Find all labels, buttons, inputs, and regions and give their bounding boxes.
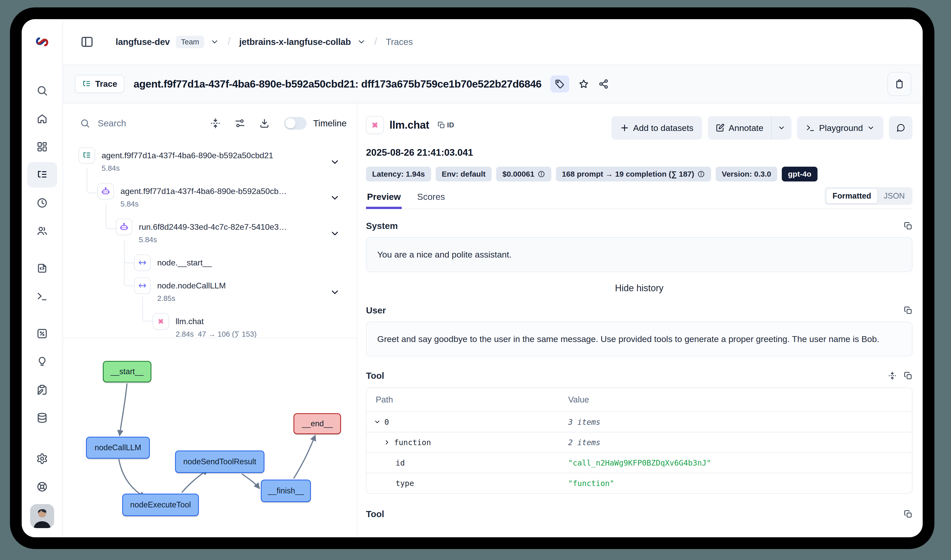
tokens-badge[interactable]: 168 prompt → 19 completion (∑ 187) bbox=[556, 167, 711, 182]
table-row[interactable]: function 2 items bbox=[366, 432, 912, 452]
chevron-right-icon[interactable] bbox=[383, 439, 391, 446]
row-collapse-chevron[interactable] bbox=[330, 157, 340, 168]
chevron-down-icon bbox=[867, 124, 875, 132]
org-plan-badge: Team bbox=[176, 36, 204, 48]
tool-heading: Tool bbox=[366, 371, 384, 381]
playground-terminal-icon[interactable] bbox=[27, 283, 57, 309]
table-header-row: Path Value bbox=[366, 388, 912, 411]
tag-button[interactable] bbox=[550, 75, 569, 92]
settings-gear-icon[interactable] bbox=[27, 446, 57, 471]
copy-icon[interactable] bbox=[904, 306, 913, 315]
org-name[interactable]: langfuse-dev bbox=[115, 37, 170, 47]
format-toggle: Formatted JSON bbox=[825, 187, 913, 205]
annotate-button-group: Annotate bbox=[708, 116, 791, 140]
langfuse-logo bbox=[35, 19, 49, 65]
annotate-button[interactable]: Annotate bbox=[708, 116, 771, 140]
graph-node-execute-tool[interactable]: nodeExecuteTool bbox=[122, 494, 199, 516]
timeline-label: Timeline bbox=[313, 118, 346, 128]
trace-title-bar: Trace agent.f9f77d1a-437f-4ba6-890e-b592… bbox=[63, 65, 923, 103]
sessions-clock-icon[interactable] bbox=[27, 190, 57, 216]
graph-node-end[interactable]: __end__ bbox=[294, 413, 341, 434]
json-key: id bbox=[395, 458, 405, 467]
table-row[interactable]: 0 3 items bbox=[366, 411, 912, 432]
row-collapse-chevron[interactable] bbox=[330, 287, 340, 298]
expand-icon[interactable] bbox=[888, 371, 897, 380]
copy-icon[interactable] bbox=[904, 222, 913, 230]
detail-header: llm.chat ID Add to datasets Annotate Pla… bbox=[366, 116, 913, 140]
model-badge[interactable]: gpt-4o bbox=[782, 167, 817, 182]
prompts-file-code-icon[interactable] bbox=[27, 255, 57, 281]
table-row[interactable]: id "call_n2HaWg9KFP0BZDqXv6G4b3nJ" bbox=[366, 452, 912, 473]
search-input[interactable] bbox=[98, 118, 196, 128]
format-formatted-option[interactable]: Formatted bbox=[826, 189, 878, 203]
user-heading: User bbox=[366, 305, 386, 315]
support-lifebuoy-icon[interactable] bbox=[27, 474, 57, 500]
plus-icon bbox=[620, 123, 629, 132]
graph-node-send-tool-result[interactable]: nodeSendToolResult bbox=[175, 451, 265, 473]
tree-row-llm-chat[interactable]: llm.chat 2.84s 47 → 106 (∑ 153) bbox=[152, 313, 257, 338]
tab-preview[interactable]: Preview bbox=[366, 192, 402, 209]
tree-row-agent-span[interactable]: agent.f9f77d1a-437f-4ba6-890e-b592a50cb…… bbox=[97, 183, 287, 208]
timeline-toggle[interactable] bbox=[284, 117, 306, 130]
download-icon[interactable] bbox=[259, 118, 270, 129]
sidebar-toggle-icon[interactable] bbox=[80, 35, 94, 49]
tree-row-run-span[interactable]: run.6f8d2449-33ed-4c7c-82e7-5410e3…5.84s bbox=[116, 219, 287, 244]
share-button[interactable] bbox=[598, 78, 609, 89]
project-chevron-down-icon[interactable] bbox=[357, 37, 366, 46]
graph-node-finish[interactable]: __finish__ bbox=[261, 480, 311, 502]
json-key: 0 bbox=[385, 418, 389, 426]
dashboards-icon[interactable] bbox=[27, 134, 57, 160]
breadcrumb-section[interactable]: Traces bbox=[386, 37, 413, 47]
delete-trace-button[interactable] bbox=[888, 72, 911, 96]
tree-settings-icon[interactable] bbox=[235, 118, 245, 129]
tree-row-node-start[interactable]: node.__start__ bbox=[134, 254, 212, 271]
org-chevron-down-icon[interactable] bbox=[210, 37, 219, 46]
info-icon bbox=[697, 170, 705, 178]
tree-row-node-call-llm[interactable]: node.nodeCallLLM2.85s bbox=[134, 277, 226, 303]
graph-node-label: nodeExecuteTool bbox=[130, 500, 191, 509]
annotation-clipboard-pen-icon[interactable] bbox=[27, 377, 57, 403]
project-name[interactable]: jetbrains-x-langfuse-collab bbox=[239, 37, 351, 47]
tab-scores[interactable]: Scores bbox=[416, 192, 446, 209]
datasets-database-icon[interactable] bbox=[27, 405, 57, 431]
chevron-down-icon[interactable] bbox=[374, 418, 381, 426]
users-icon[interactable] bbox=[27, 218, 57, 244]
tree-row-trace-root[interactable]: agent.f9f77d1a-437f-4ba6-890e-b592a50cbd… bbox=[78, 147, 273, 172]
annotate-dropdown-chevron[interactable] bbox=[772, 116, 791, 140]
graph-node-label: nodeCallLLM bbox=[95, 443, 142, 452]
playground-button[interactable]: Playground bbox=[797, 116, 883, 140]
generation-icon bbox=[366, 116, 384, 134]
json-value: 3 items bbox=[568, 418, 912, 426]
format-json-option[interactable]: JSON bbox=[877, 189, 911, 203]
scores-percent-icon[interactable] bbox=[27, 321, 57, 346]
bookmark-star-button[interactable] bbox=[579, 78, 589, 89]
observation-detail-panel: llm.chat ID Add to datasets Annotate Pla… bbox=[357, 103, 923, 537]
cost-badge[interactable]: $0.00061 bbox=[496, 167, 551, 182]
search-nav-icon[interactable] bbox=[27, 78, 57, 103]
tracing-icon[interactable] bbox=[27, 162, 57, 188]
comments-button[interactable] bbox=[889, 116, 913, 140]
graph-node-start[interactable]: __start__ bbox=[103, 361, 151, 382]
tool2-heading: Tool bbox=[366, 509, 384, 519]
trace-title: agent.f9f77d1a-437f-4ba6-890e-b592a50cbd… bbox=[134, 78, 541, 90]
table-row[interactable]: type "function" bbox=[366, 473, 912, 493]
detail-scroll-area[interactable]: System You are a nice and polite assista… bbox=[366, 209, 913, 537]
user-section-header: User bbox=[366, 305, 913, 315]
tool2-section-header: Tool bbox=[366, 509, 913, 519]
row-collapse-chevron[interactable] bbox=[330, 228, 340, 240]
span-arrows-icon bbox=[134, 277, 151, 294]
collapse-all-icon[interactable] bbox=[210, 118, 221, 129]
copy-icon[interactable] bbox=[904, 510, 913, 518]
evals-lightbulb-icon[interactable] bbox=[27, 349, 57, 374]
home-icon[interactable] bbox=[27, 106, 57, 131]
copy-icon[interactable] bbox=[904, 371, 913, 380]
row-collapse-chevron[interactable] bbox=[330, 193, 340, 204]
column-value: Value bbox=[568, 395, 912, 405]
user-avatar[interactable] bbox=[30, 504, 54, 528]
hide-history-link[interactable]: Hide history bbox=[366, 283, 913, 294]
add-to-datasets-button[interactable]: Add to datasets bbox=[611, 116, 702, 140]
tree-area: Timeline agent.f9f77d1a-437f-4ba6-890e-b… bbox=[63, 103, 357, 338]
graph-node-call-llm[interactable]: nodeCallLLM bbox=[86, 437, 150, 458]
info-icon bbox=[537, 170, 545, 178]
copy-id-button[interactable]: ID bbox=[437, 121, 454, 129]
